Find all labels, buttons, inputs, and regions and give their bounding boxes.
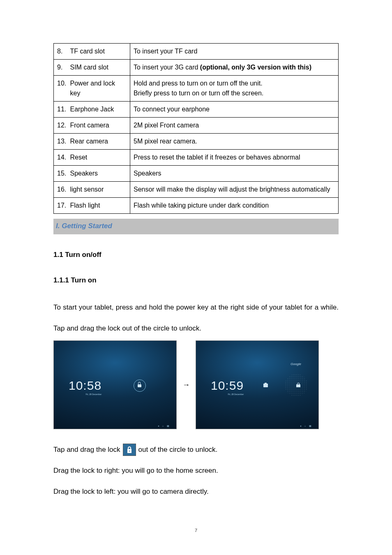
unlock-instruction: Tap and drag the lock out of the circle … (53, 439, 339, 460)
row-name: SIM card slot (69, 60, 130, 76)
row-name: Reset (69, 150, 130, 166)
row-number: 13. (54, 134, 69, 150)
heading-1-1: 1.1 Turn on/off (53, 251, 339, 259)
row-description: Speakers (130, 166, 339, 182)
lockscreen-screenshot-1: 10:58 Fri, 28 December ◂ ⌂ ▦ (53, 340, 177, 429)
drag-left-text: Drag the lock to left: you will go to ca… (53, 481, 339, 502)
lock-icon (123, 444, 136, 456)
table-row: 11.Earphone JackTo connect your earphone (54, 102, 339, 118)
row-number: 15. (54, 166, 69, 182)
clock-date: Fri, 28 December (69, 393, 101, 395)
row-name: Flash light (69, 198, 130, 214)
table-row: 9.SIM card slotTo insert your 3G card (o… (54, 60, 339, 76)
row-description: To insert your 3G card (optional, only 3… (130, 60, 339, 76)
camera-icon (263, 384, 268, 387)
intro-paragraph: To start your tablet, press and hold the… (53, 297, 339, 339)
row-name: TF card slot (69, 44, 130, 60)
row-number: 11. (54, 102, 69, 118)
arrow-icon: → (182, 381, 190, 389)
table-row: 15.SpeakersSpeakers (54, 166, 339, 182)
text-after-icon: out of the circle to unlock. (138, 439, 218, 460)
clock-widget: 10:58 Fri, 28 December (69, 379, 101, 395)
row-number: 14. (54, 150, 69, 166)
status-bar: ◂ ⌂ ▦ (300, 424, 314, 427)
clock-widget: 10:59 Fri, 28 December (211, 379, 244, 395)
row-name: Front camera (69, 118, 130, 134)
heading-1-1-1: 1.1.1 Turn on (53, 276, 339, 284)
status-bar: ◂ ⌂ ▦ (158, 424, 172, 427)
row-description: Flash while taking picture under dark co… (130, 198, 339, 214)
row-number: 17. (54, 198, 69, 214)
spec-table: 8.TF card slotTo insert your TF card9.SI… (53, 43, 339, 214)
lock-icon (296, 383, 300, 387)
row-number: 10. (54, 76, 69, 102)
drag-right-text: Drag the lock to right: you will go to t… (53, 460, 339, 481)
row-number: 12. (54, 118, 69, 134)
table-row: 14.ResetPress to reset the tablet if it … (54, 150, 339, 166)
row-name: Speakers (69, 166, 130, 182)
lock-icon (138, 384, 142, 388)
table-row: 10.Power and lock keyHold and press to t… (54, 76, 339, 102)
row-description: 5M pixel rear camera. (130, 134, 339, 150)
lockscreen-screenshot-2: Google 10:59 Fri, 28 December ◂ ⌂ ▦ (196, 340, 319, 429)
row-description: Press to reset the tablet if it freezes … (130, 150, 339, 166)
section-title: I. Getting Started (56, 222, 112, 230)
table-row: 17.Flash lightFlash while taking picture… (54, 198, 339, 214)
text-before-icon: Tap and drag the lock (53, 439, 120, 460)
clock-date: Fri, 28 December (211, 393, 244, 395)
row-number: 9. (54, 60, 69, 76)
page-number: 7 (0, 528, 392, 533)
row-description: Hold and press to turn on or turn off th… (130, 76, 339, 102)
table-row: 12.Front camera2M pixel Front camera (54, 118, 339, 134)
row-name: Power and lock key (69, 76, 130, 102)
row-name: light sensor (69, 182, 130, 198)
row-description: 2M pixel Front camera (130, 118, 339, 134)
row-description: Sensor will make the display will adjust… (130, 182, 339, 198)
clock-time: 10:59 (211, 379, 244, 393)
table-row: 13.Rear camera5M pixel rear camera. (54, 134, 339, 150)
document-page: 8.TF card slotTo insert your TF card9.SI… (0, 0, 392, 555)
table-row: 8.TF card slotTo insert your TF card (54, 44, 339, 60)
row-number: 16. (54, 182, 69, 198)
clock-time: 10:58 (69, 379, 101, 393)
table-row: 16.light sensorSensor will make the disp… (54, 182, 339, 198)
row-description: To insert your TF card (130, 44, 339, 60)
row-name: Rear camera (69, 134, 130, 150)
screenshot-row: 10:58 Fri, 28 December ◂ ⌂ ▦ → Google 10… (53, 340, 339, 429)
row-name: Earphone Jack (69, 102, 130, 118)
lock-ring-icon (134, 379, 146, 392)
row-description: To connect your earphone (130, 102, 339, 118)
section-heading: I. Getting Started (53, 219, 339, 234)
google-label: Google (291, 362, 301, 366)
row-number: 8. (54, 44, 69, 60)
